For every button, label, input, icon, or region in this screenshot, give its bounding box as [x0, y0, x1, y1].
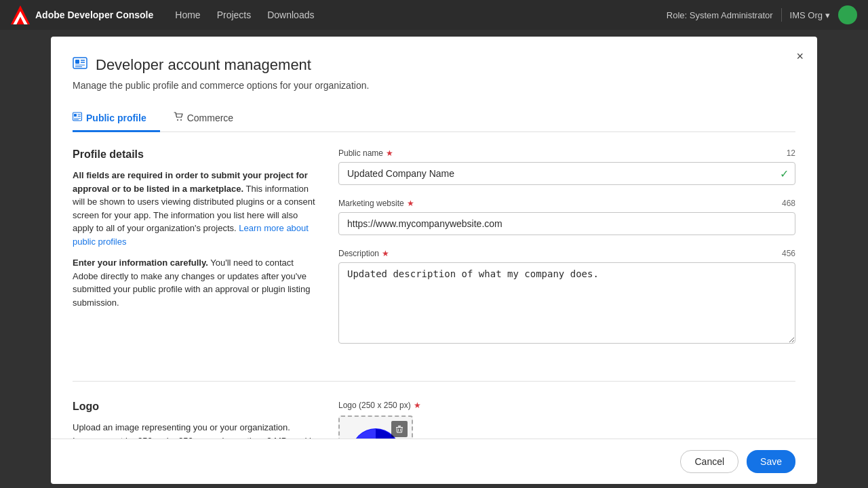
trash-icon: [395, 425, 403, 433]
modal-title: Developer account management: [96, 56, 311, 74]
cancel-button[interactable]: Cancel: [680, 450, 738, 473]
tab-commerce[interactable]: Commerce: [174, 105, 247, 132]
marketing-website-char-count: 468: [782, 199, 795, 208]
marketing-website-input[interactable]: [338, 212, 795, 235]
modal-header-icon: [73, 56, 87, 75]
app-logo: Adobe Developer Console: [11, 5, 153, 24]
profile-details-section: Profile details All fields are required …: [73, 148, 795, 359]
public-profile-tab-icon: [73, 112, 82, 123]
tab-commerce-label: Commerce: [187, 113, 233, 123]
svg-point-15: [180, 119, 182, 121]
svg-rect-16: [396, 427, 403, 428]
user-avatar[interactable]: [838, 5, 857, 24]
modal-header: Developer account management: [73, 56, 795, 75]
tab-public-profile[interactable]: Public profile: [73, 105, 160, 132]
nav-divider: [781, 8, 782, 22]
modal-overlay: Developer account management Manage the …: [0, 30, 868, 488]
logo-section-title: Logo: [73, 401, 317, 413]
svg-rect-3: [75, 60, 79, 64]
tab-public-profile-label: Public profile: [86, 113, 146, 123]
public-name-required-star: ★: [386, 148, 393, 158]
marketing-website-field-header: Marketing website ★ 468: [338, 199, 795, 208]
adobe-logo-icon: [11, 5, 30, 24]
nav-downloads[interactable]: Downloads: [267, 9, 314, 20]
public-name-check-icon: ✓: [780, 167, 789, 180]
nav-home[interactable]: Home: [175, 9, 200, 20]
section-separator: [73, 381, 795, 382]
public-name-input-wrapper: ✓: [338, 162, 795, 185]
commerce-tab-icon: [174, 112, 183, 123]
ims-org-selector[interactable]: IMS Org ▾: [790, 10, 830, 20]
marketing-website-label: Marketing website ★: [338, 199, 414, 208]
nav-links: Home Projects Downloads: [175, 9, 667, 20]
svg-point-14: [177, 119, 178, 121]
profile-details-right: Public name ★ 12 ✓ Marketing website: [338, 148, 795, 359]
public-name-char-count: 12: [787, 148, 795, 158]
modal-subtitle: Manage the public profile and commerce o…: [73, 80, 795, 91]
svg-rect-17: [398, 426, 401, 427]
carefully-label: Enter your information carefully.: [73, 258, 208, 268]
description-required-star: ★: [382, 249, 389, 258]
top-navigation: Adobe Developer Console Home Projects Do…: [0, 0, 868, 30]
developer-account-modal: Developer account management Manage the …: [51, 37, 817, 484]
profile-details-left: Profile details All fields are required …: [73, 148, 317, 359]
svg-rect-9: [74, 114, 77, 117]
public-name-field-group: Public name ★ 12 ✓: [338, 148, 795, 185]
marketing-website-field-group: Marketing website ★ 468: [338, 199, 795, 235]
description-textarea[interactable]: Updated description of what my company d…: [338, 262, 795, 344]
modal-tabs: Public profile Commerce: [73, 104, 795, 132]
profile-details-desc2: Enter your information carefully. You'll…: [73, 256, 317, 309]
public-name-field-header: Public name ★ 12: [338, 148, 795, 158]
description-field-header: Description ★ 456: [338, 249, 795, 258]
nav-projects[interactable]: Projects: [217, 9, 252, 20]
profile-details-desc1: All fields are required in order to subm…: [73, 169, 317, 248]
logo-delete-button[interactable]: [391, 421, 408, 437]
description-char-count: 456: [782, 249, 795, 258]
chevron-down-icon: ▾: [825, 10, 830, 20]
marketing-website-required-star: ★: [407, 199, 414, 208]
public-name-label: Public name ★: [338, 148, 393, 158]
logo-field-header: Logo (250 x 250 px) ★: [338, 401, 795, 410]
save-button[interactable]: Save: [747, 450, 795, 473]
logo-field-label: Logo (250 x 250 px) ★: [338, 401, 421, 410]
topnav-right-section: Role: System Administrator IMS Org ▾: [667, 5, 857, 24]
modal-footer: Cancel Save: [51, 439, 817, 484]
app-name-label: Adobe Developer Console: [35, 9, 153, 20]
user-role-label: Role: System Administrator: [667, 10, 773, 20]
public-name-input[interactable]: [338, 162, 795, 185]
modal-close-button[interactable]: ×: [796, 50, 804, 62]
ims-org-label: IMS Org: [790, 10, 823, 20]
description-label: Description ★: [338, 249, 389, 258]
description-field-group: Description ★ 456 Updated description of…: [338, 249, 795, 346]
logo-required-star: ★: [414, 401, 421, 410]
profile-details-title: Profile details: [73, 148, 317, 161]
